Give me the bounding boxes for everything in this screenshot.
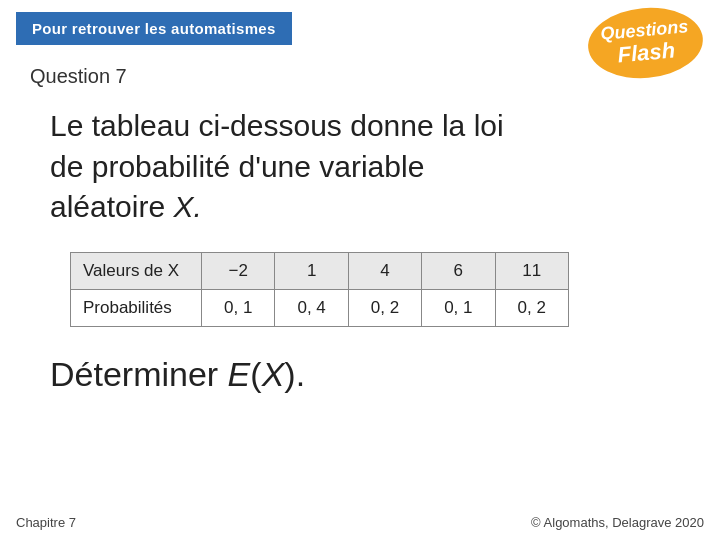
logo-oval: Questions Flash: [585, 3, 706, 83]
question-text: Le tableau ci-dessous donne la loi de pr…: [50, 106, 690, 228]
data-cell-4: 0, 1: [422, 289, 495, 326]
table-wrapper: Valeurs de X −2 1 4 6 11 Probabilités 0,…: [70, 252, 690, 327]
question-line3-var: X.: [173, 190, 201, 223]
logo-flash-text: Flash: [616, 38, 675, 67]
top-banner: Pour retrouver les automatismes: [16, 12, 292, 45]
footer-chapter: Chapitre 7: [16, 515, 76, 530]
data-cell-5: 0, 2: [495, 289, 568, 326]
header-cell-1: −2: [202, 252, 275, 289]
question-line2: de probabilité d'une variable: [50, 150, 424, 183]
data-cell-0: Probabilités: [71, 289, 202, 326]
data-cell-1: 0, 1: [202, 289, 275, 326]
main-content: Question 7 Le tableau ci-dessous donne l…: [0, 45, 720, 424]
data-cell-3: 0, 2: [348, 289, 421, 326]
table-header-row: Valeurs de X −2 1 4 6 11: [71, 252, 569, 289]
determine-var: X: [262, 355, 285, 393]
determine-expr: E: [228, 355, 251, 393]
logo-container: Questions Flash: [580, 0, 710, 85]
question-line1: Le tableau ci-dessous donne la loi: [50, 109, 504, 142]
determine-text: Déterminer E(X).: [50, 355, 690, 394]
header-cell-4: 6: [422, 252, 495, 289]
header-cell-2: 1: [275, 252, 348, 289]
table-data-row: Probabilités 0, 1 0, 4 0, 2 0, 1 0, 2: [71, 289, 569, 326]
probability-table: Valeurs de X −2 1 4 6 11 Probabilités 0,…: [70, 252, 569, 327]
header-cell-5: 11: [495, 252, 568, 289]
header-cell-3: 4: [348, 252, 421, 289]
footer-copyright: © Algomaths, Delagrave 2020: [531, 515, 704, 530]
question-line3-prefix: aléatoire: [50, 190, 173, 223]
data-cell-2: 0, 4: [275, 289, 348, 326]
header-cell-0: Valeurs de X: [71, 252, 202, 289]
footer: Chapitre 7 © Algomaths, Delagrave 2020: [16, 515, 704, 530]
